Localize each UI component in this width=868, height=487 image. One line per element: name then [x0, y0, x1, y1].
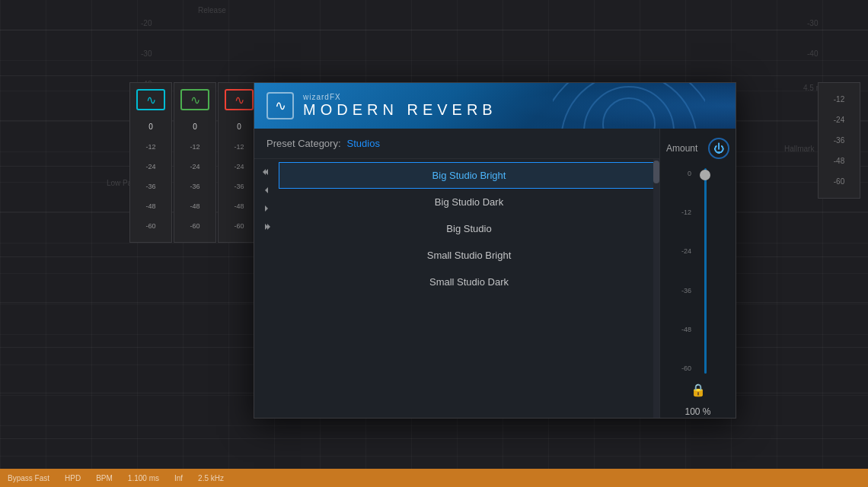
strip-right-val-3: -48 — [834, 157, 844, 165]
strip-2-val-4: -48 — [190, 202, 199, 210]
slider-scale: 0 -12 -24 -36 -48 -60 — [681, 168, 691, 374]
arc-1 — [553, 83, 705, 129]
bg-label-1: -20 — [141, 19, 152, 27]
controls-panel: Amount ⏻ 0 -12 -24 -36 -48 -60 — [659, 129, 736, 418]
plugin-modal: ∿ wizardFX MODERN REVERB Preset Category… — [254, 82, 736, 419]
plugin-body: Preset Category: Studios — [254, 129, 736, 418]
strip-1-icon: ∿ — [136, 89, 165, 110]
strip-right-val-0: -12 — [834, 95, 844, 103]
strip-3-val-1: -12 — [234, 143, 244, 151]
strip-right-val-1: -24 — [834, 116, 844, 124]
strip-2-val-3: -36 — [190, 183, 199, 190]
bg-label-7: -30 — [807, 19, 818, 27]
preset-category-value: Studios — [347, 138, 380, 149]
scrollbar-track[interactable] — [653, 159, 659, 418]
preset-list-area: Big Studio Bright Big Studio Dark Big St… — [254, 159, 659, 418]
strip-3-val-4: -48 — [234, 202, 244, 210]
plugin-title: MODERN REVERB — [303, 101, 497, 119]
lock-icon[interactable]: 🔒 — [691, 383, 706, 397]
power-button[interactable]: ⏻ — [708, 138, 729, 159]
slider-thumb[interactable] — [700, 170, 710, 180]
strip-2-val-5: -60 — [190, 222, 199, 230]
strip-2-val-1: -12 — [190, 143, 199, 151]
scale-val-5: -60 — [681, 364, 691, 372]
preset-list: Big Studio Bright Big Studio Dark Big St… — [279, 159, 659, 418]
strip-1-val-3: -36 — [145, 183, 155, 190]
strip-3-val-2: -24 — [234, 163, 244, 170]
arc-5 — [602, 97, 656, 129]
slider-track-container — [696, 168, 714, 374]
bottom-bar-bypass: Bypass Fast — [8, 474, 49, 482]
strip-right-val-4: -60 — [834, 177, 844, 186]
strip-1-val-2: -24 — [145, 163, 155, 170]
plugin-title-area: wizardFX MODERN REVERB — [303, 93, 497, 119]
nav-next-next-button[interactable] — [260, 220, 273, 235]
logo-icon: ∿ — [275, 97, 286, 114]
arc-3 — [560, 83, 697, 129]
strip-right: -12 -24 -36 -48 -60 — [818, 82, 860, 199]
strip-3-val-3: -36 — [234, 183, 244, 190]
plugin-header: ∿ wizardFX MODERN REVERB — [254, 83, 736, 129]
bottom-bar-hpd: HPD — [65, 474, 81, 482]
strip-2: ∿ 0 -12 -24 -36 -48 -60 — [174, 82, 216, 243]
nav-prev-button[interactable] — [260, 183, 273, 199]
slider-area: 0 -12 -24 -36 -48 -60 — [666, 168, 729, 374]
strip-3-val-0: 0 — [237, 123, 241, 131]
preset-category-bar: Preset Category: Studios — [254, 129, 659, 159]
preset-item-4[interactable]: Small Studio Dark — [279, 269, 659, 295]
strip-2-icon: ∿ — [180, 89, 209, 110]
scale-val-0: 0 — [681, 170, 691, 177]
scrollbar-thumb[interactable] — [653, 161, 659, 183]
preset-nav — [254, 159, 279, 418]
bottom-bar-time: 1.100 ms — [128, 474, 159, 482]
scale-val-4: -48 — [681, 326, 691, 333]
scale-val-3: -36 — [681, 287, 691, 294]
strip-1: ∿ 0 -12 -24 -36 -48 -60 — [129, 82, 172, 243]
preset-item-0[interactable]: Big Studio Bright — [279, 162, 659, 189]
strip-1-val-5: -60 — [145, 222, 155, 230]
bottom-bar-freq: 2.5 kHz — [198, 474, 224, 482]
bg-label-9: Hallmark — [784, 145, 814, 153]
nav-prev-prev-button[interactable] — [260, 165, 273, 180]
arc-2 — [553, 83, 705, 129]
nav-next-button[interactable] — [260, 202, 273, 217]
plugin-brand: wizardFX — [303, 93, 497, 101]
bottom-bar-inf: Inf — [174, 474, 183, 482]
strip-1-scale: 0 -12 -24 -36 -48 -60 — [133, 116, 168, 236]
strip-1-val-4: -48 — [145, 202, 155, 210]
plugin-logo: ∿ — [266, 92, 294, 119]
preset-category-label: Preset Category: — [266, 138, 341, 149]
strip-2-scale: 0 -12 -24 -36 -48 -60 — [177, 116, 212, 236]
strip-2-val-2: -24 — [190, 163, 199, 170]
amount-percentage: 100 % — [685, 406, 710, 417]
strip-3-val-5: -60 — [234, 222, 244, 230]
bottom-bar-bpm: BPM — [96, 474, 113, 482]
preset-item-2[interactable]: Big Studio — [279, 215, 659, 242]
preset-item-3[interactable]: Small Studio Bright — [279, 242, 659, 269]
strip-3-icon: ∿ — [225, 89, 254, 110]
arc-4 — [583, 86, 675, 129]
power-icon: ⏻ — [713, 142, 724, 154]
header-decoration — [553, 83, 705, 129]
strip-1-val-0: 0 — [148, 123, 153, 131]
strip-1-val-1: -12 — [145, 143, 155, 151]
bottom-bar: Bypass Fast HPD BPM 1.100 ms Inf 2.5 kHz — [0, 469, 868, 487]
scale-val-2: -24 — [681, 247, 691, 255]
preset-panel: Preset Category: Studios — [254, 129, 659, 418]
bg-label-2: -30 — [141, 49, 152, 58]
slider-track[interactable] — [704, 168, 707, 374]
strip-3-scale: 0 -12 -24 -36 -48 -60 — [222, 116, 257, 236]
preset-item-1[interactable]: Big Studio Dark — [279, 189, 659, 215]
bg-label-release: Release — [198, 6, 226, 14]
scale-val-1: -12 — [681, 208, 691, 216]
bg-label-8: -40 — [807, 49, 818, 58]
amount-label: Amount — [666, 143, 697, 154]
strip-2-val-0: 0 — [193, 123, 197, 131]
strip-right-val-2: -36 — [834, 136, 844, 145]
